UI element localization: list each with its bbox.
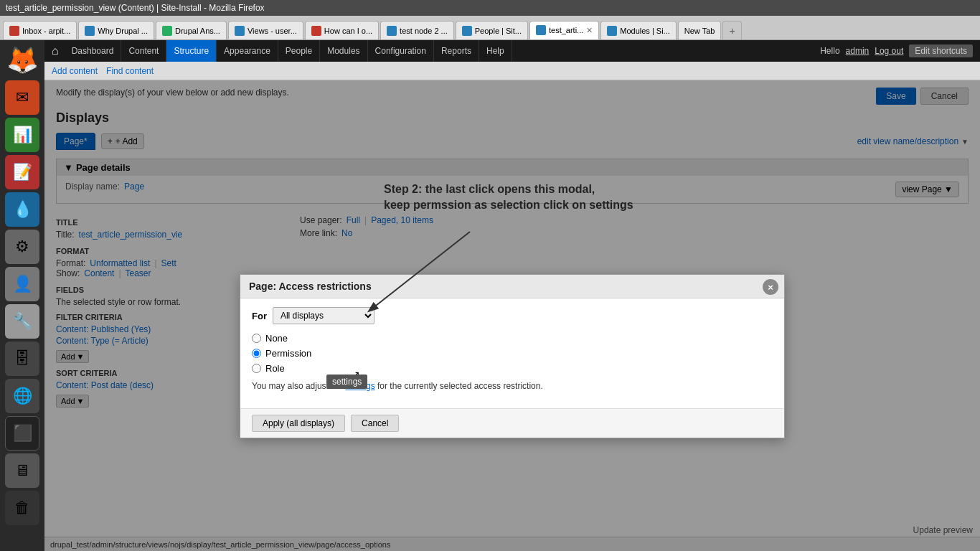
apply-all-displays-button[interactable]: Apply (all displays) xyxy=(252,415,345,432)
nav-content[interactable]: Content xyxy=(121,40,166,62)
nav-help[interactable]: Help xyxy=(479,40,512,62)
modal-for-label: For xyxy=(252,311,267,321)
helper-text-before: You may also adjust the xyxy=(252,381,343,391)
nav-dashboard[interactable]: Dashboard xyxy=(65,40,122,62)
role-radio[interactable] xyxy=(252,364,261,373)
title-bar: test_article_permission_view (Content) |… xyxy=(0,0,980,16)
nav-people[interactable]: People xyxy=(278,40,320,62)
tab-views-user[interactable]: Views - user... xyxy=(228,21,303,39)
settings-icon[interactable]: ⚙ xyxy=(5,230,39,264)
role-radio-label: Role xyxy=(265,363,285,374)
none-radio[interactable] xyxy=(252,334,261,343)
modal-close-button[interactable]: × xyxy=(763,279,778,295)
permission-radio[interactable] xyxy=(252,349,261,358)
notes-icon[interactable]: 📝 xyxy=(5,155,39,189)
tools-icon[interactable]: 🔧 xyxy=(5,304,39,339)
tab-label: test node 2 ... xyxy=(400,27,448,35)
spreadsheet-icon[interactable]: 📊 xyxy=(5,118,39,152)
modal-header: Page: Access restrictions xyxy=(240,275,784,298)
tab-close-icon[interactable]: ✕ xyxy=(586,26,593,35)
modal-helper-text: You may also adjust the settings for the… xyxy=(252,381,773,391)
tab-test-arti[interactable]: test_arti... ✕ xyxy=(529,21,599,39)
helper-text-after: for the currently selected access restri… xyxy=(377,381,543,391)
tab-drupal-ans[interactable]: Drupal Ans... xyxy=(156,21,227,39)
nav-modules[interactable]: Modules xyxy=(320,40,367,62)
tab-favicon xyxy=(311,26,321,36)
new-tab-button[interactable]: + xyxy=(722,21,741,39)
none-radio-label: None xyxy=(265,333,288,344)
admin-username[interactable]: admin xyxy=(846,46,870,56)
modal-for-select[interactable]: All displays This page (override) xyxy=(273,307,374,324)
tab-modules[interactable]: Modules | Si... xyxy=(600,21,677,39)
nav-reports[interactable]: Reports xyxy=(434,40,479,62)
modal-for-row: For All displays This page (override) xyxy=(252,307,773,324)
tab-label: Why Drupal ... xyxy=(98,27,148,35)
email-icon[interactable]: ✉ xyxy=(5,80,39,115)
tab-label: People | Sit... xyxy=(475,27,522,35)
tab-favicon xyxy=(536,25,546,35)
tab-people[interactable]: People | Sit... xyxy=(456,21,528,39)
tab-test-node[interactable]: test node 2 ... xyxy=(380,21,454,39)
nav-configuration[interactable]: Configuration xyxy=(368,40,434,62)
logout-link[interactable]: Log out xyxy=(875,46,903,56)
tab-label: test_arti... xyxy=(549,26,583,34)
access-radio-group: None Permission Role xyxy=(252,333,773,374)
trash-icon[interactable]: 🗑 xyxy=(5,491,39,525)
tab-favicon xyxy=(235,26,245,36)
role-radio-row: Role xyxy=(252,363,773,374)
annotation-text: Step 2: the last click opens this modal,… xyxy=(384,182,743,214)
database-icon[interactable]: 🗄 xyxy=(5,342,39,376)
drupal-icon[interactable]: 💧 xyxy=(5,192,39,227)
modal-overlay: Page: Access restrictions × For All disp… xyxy=(44,80,980,551)
page-content-area: Modify the display(s) of your view below… xyxy=(44,80,980,551)
tab-inbox[interactable]: Inbox - arpit... xyxy=(3,21,77,39)
admin-bar-right: Hello admin Log out Edit shortcuts xyxy=(820,44,973,57)
tab-how-can[interactable]: How can I o... xyxy=(305,21,379,39)
chrome-icon[interactable]: 🌐 xyxy=(5,379,39,413)
permission-radio-label: Permission xyxy=(265,348,311,359)
secondary-nav-bar: Add content Find content xyxy=(44,62,980,80)
permission-radio-row: Permission xyxy=(252,348,773,359)
tab-favicon xyxy=(9,26,19,36)
firefox-icon[interactable]: 🦊 xyxy=(5,43,39,77)
settings-link[interactable]: settings xyxy=(345,381,374,391)
user-icon[interactable]: 👤 xyxy=(5,267,39,301)
terminal-icon[interactable]: ⬛ xyxy=(5,416,39,451)
edit-shortcuts-button[interactable]: Edit shortcuts xyxy=(909,44,973,57)
tab-label: Drupal Ans... xyxy=(175,27,220,35)
tab-favicon xyxy=(85,26,95,36)
window-title: test_article_permission_view (Content) |… xyxy=(6,3,265,13)
add-content-link[interactable]: Add content xyxy=(52,66,98,76)
none-radio-row: None xyxy=(252,333,773,344)
admin-nav-bar: ⌂ Dashboard Content Structure Appearance… xyxy=(44,40,980,62)
main-content: ⌂ Dashboard Content Structure Appearance… xyxy=(44,40,980,551)
modal-body: For All displays This page (override) No… xyxy=(240,298,784,408)
hello-text: Hello xyxy=(820,46,839,56)
tab-favicon xyxy=(387,26,397,36)
tab-label: Views - user... xyxy=(248,27,297,35)
tab-new-tab[interactable]: New Tab xyxy=(678,21,722,39)
tab-favicon xyxy=(462,26,472,36)
tab-label: Inbox - arpit... xyxy=(22,27,70,35)
annotation-container: Step 2: the last click opens this modal,… xyxy=(384,182,743,214)
tab-bar: Inbox - arpit... Why Drupal ... Drupal A… xyxy=(0,16,980,40)
admin-home-icon[interactable]: ⌂ xyxy=(52,44,59,57)
tab-favicon xyxy=(162,26,172,36)
tab-label: New Tab xyxy=(684,27,715,35)
access-restrictions-modal: Page: Access restrictions × For All disp… xyxy=(240,274,785,438)
nav-appearance[interactable]: Appearance xyxy=(217,40,278,62)
tab-label: How can I o... xyxy=(324,27,372,35)
tab-favicon xyxy=(607,26,617,36)
nav-structure[interactable]: Structure xyxy=(166,40,217,62)
tab-label: Modules | Si... xyxy=(620,27,670,35)
tab-why-drupal[interactable]: Why Drupal ... xyxy=(78,21,154,39)
modal-cancel-button[interactable]: Cancel xyxy=(351,415,399,432)
desktop-icon[interactable]: 🖥 xyxy=(5,453,39,488)
modal-footer: Apply (all displays) Cancel xyxy=(240,408,784,438)
sidebar-left: 🦊 ✉ 📊 📝 💧 ⚙ 👤 🔧 🗄 🌐 ⬛ 🖥 🗑 xyxy=(0,40,44,551)
find-content-link[interactable]: Find content xyxy=(106,66,154,76)
